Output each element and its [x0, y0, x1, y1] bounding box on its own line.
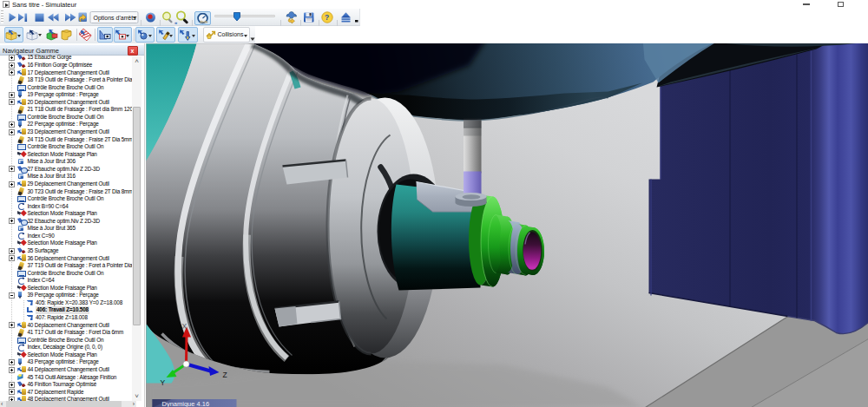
svg-text:Z: Z — [222, 370, 227, 378]
svg-text:?: ? — [325, 13, 329, 22]
svg-text:«: « — [174, 20, 178, 25]
svg-text:Options d'arrêts: Options d'arrêts — [94, 15, 137, 22]
svg-text:X: X — [181, 321, 187, 330]
svg-text:Y: Y — [160, 377, 165, 386]
svg-text:Dynamique 4.16: Dynamique 4.16 — [161, 399, 209, 407]
